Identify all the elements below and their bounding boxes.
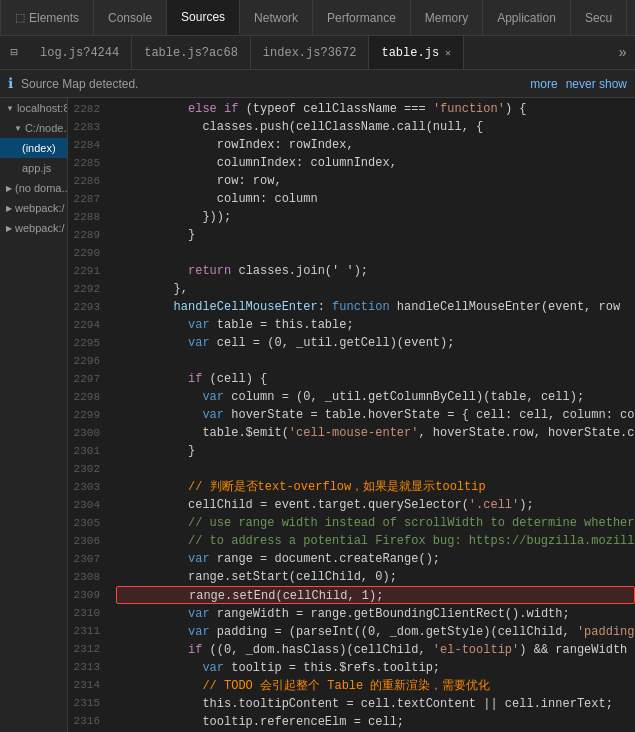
tab-application[interactable]: Application [483, 0, 571, 35]
code-line: else if (typeof cellClassName === 'funct… [116, 100, 635, 118]
sidebar-item-webpack1[interactable]: ▶ webpack:/ [0, 198, 67, 218]
tab-sources[interactable]: Sources [167, 0, 240, 35]
more-tabs-button[interactable]: » [611, 36, 635, 69]
code-container: 2282228322842285228622872288228922902291… [68, 98, 635, 732]
code-line: // TODO 会引起整个 Table 的重新渲染，需要优化 [116, 677, 635, 695]
file-tab-log[interactable]: log.js?4244 [28, 36, 132, 69]
code-line: var hoverState = table.hoverState = { ce… [116, 406, 635, 424]
sidebar-item-localhost[interactable]: ▼ localhost:8... [0, 98, 67, 118]
code-line: handleCellMouseEnter: function handleCel… [116, 298, 635, 316]
code-line: columnIndex: columnIndex, [116, 154, 635, 172]
file-tab-index[interactable]: index.js?3672 [251, 36, 370, 69]
file-tree-sidebar: ▼ localhost:8... ▼ C:/node... (index) ap… [0, 98, 68, 732]
code-line: return classes.join(' '); [116, 262, 635, 280]
tab-elements[interactable]: ⬚ Elements [0, 0, 94, 35]
code-line: table.$emit('cell-mouse-enter', hoverSta… [116, 424, 635, 442]
code-line: } [116, 226, 635, 244]
code-line: if ((0, _dom.hasClass)(cellChild, 'el-to… [116, 641, 635, 659]
code-line: this.tooltipContent = cell.textContent |… [116, 695, 635, 713]
tab-memory[interactable]: Memory [411, 0, 483, 35]
sidebar-item-index[interactable]: (index) [0, 138, 67, 158]
code-editor[interactable]: 2282228322842285228622872288228922902291… [68, 98, 635, 732]
code-line: // to address a potential Firefox bug: h… [116, 532, 635, 550]
line-numbers: 2282228322842285228622872288228922902291… [68, 98, 108, 732]
code-line: var table = this.table; [116, 316, 635, 334]
code-line: // use range width instead of scrollWidt… [116, 514, 635, 532]
code-line: rowIndex: rowIndex, [116, 136, 635, 154]
toggle-icon: ⊟ [10, 45, 17, 60]
code-line [116, 460, 635, 478]
file-tab-bar: ⊟ log.js?4244 table.js?ac68 index.js?367… [0, 36, 635, 70]
code-line: range.setEnd(cellChild, 1); [116, 586, 635, 604]
code-line: var range = document.createRange(); [116, 550, 635, 568]
notification-text: Source Map detected. [21, 77, 138, 91]
tab-network[interactable]: Network [240, 0, 313, 35]
code-line: var cell = (0, _util.getCell)(event); [116, 334, 635, 352]
tab-security[interactable]: Secu [571, 0, 627, 35]
expand-icon: ▶ [6, 204, 12, 213]
code-line: } [116, 442, 635, 460]
code-line [116, 244, 635, 262]
sidebar-item-appjs[interactable]: app.js [0, 158, 67, 178]
code-line: classes.push(cellClassName.call(null, { [116, 118, 635, 136]
code-line: if (cell) { [116, 370, 635, 388]
sidebar-item-nodomain[interactable]: ▶ (no doma... [0, 178, 67, 198]
code-line: }, [116, 280, 635, 298]
expand-icon: ▶ [6, 224, 12, 233]
code-line: var padding = (parseInt((0, _dom.getStyl… [116, 623, 635, 641]
code-line: // 判断是否text-overflow，如果是就显示tooltip [116, 478, 635, 496]
sidebar-item-webpack2[interactable]: ▶ webpack:/ [0, 218, 67, 238]
notification-never-show-link[interactable]: never show [566, 77, 627, 91]
code-line: cellChild = event.target.querySelector('… [116, 496, 635, 514]
sidebar-toggle[interactable]: ⊟ [0, 36, 28, 69]
info-icon: ℹ [8, 75, 13, 92]
sidebar-item-cnode[interactable]: ▼ C:/node... [0, 118, 67, 138]
code-line: column: column [116, 190, 635, 208]
code-line: var rangeWidth = range.getBoundingClient… [116, 605, 635, 623]
notification-links: more never show [530, 77, 627, 91]
elements-icon: ⬚ [15, 11, 25, 24]
file-tab-tablejs[interactable]: table.js ✕ [369, 36, 464, 69]
tab-console[interactable]: Console [94, 0, 167, 35]
code-line: tooltip.referenceElm = cell; [116, 713, 635, 731]
code-line: var tooltip = this.$refs.tooltip; [116, 659, 635, 677]
close-tab-icon[interactable]: ✕ [445, 47, 451, 59]
notification-more-link[interactable]: more [530, 77, 557, 91]
top-tab-bar: ⬚ Elements Console Sources Network Perfo… [0, 0, 635, 36]
notification-bar: ℹ Source Map detected. more never show [0, 70, 635, 98]
code-lines[interactable]: else if (typeof cellClassName === 'funct… [108, 98, 635, 732]
code-line: range.setStart(cellChild, 0); [116, 568, 635, 586]
expand-icon: ▼ [14, 124, 22, 133]
code-line: var column = (0, _util.getColumnByCell)(… [116, 388, 635, 406]
file-tab-table-ac68[interactable]: table.js?ac68 [132, 36, 251, 69]
code-line: row: row, [116, 172, 635, 190]
expand-icon: ▶ [6, 184, 12, 193]
code-line: })); [116, 208, 635, 226]
main-area: ▼ localhost:8... ▼ C:/node... (index) ap… [0, 98, 635, 732]
code-line [116, 352, 635, 370]
tab-performance[interactable]: Performance [313, 0, 411, 35]
expand-icon: ▼ [6, 104, 14, 113]
